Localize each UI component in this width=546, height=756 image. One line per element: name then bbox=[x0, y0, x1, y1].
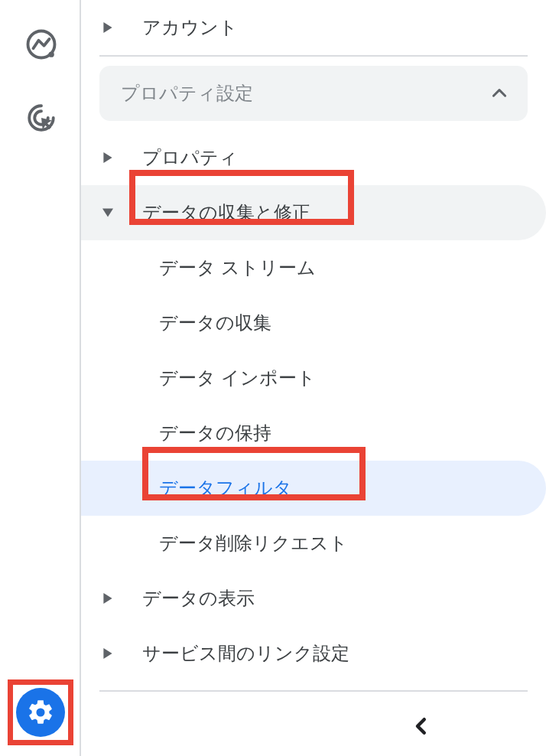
caret-right-icon bbox=[102, 648, 121, 659]
nav-data-retention[interactable]: データの保持 bbox=[81, 406, 546, 461]
nav-data-collection-label: データの収集 bbox=[159, 311, 271, 335]
nav-data-filter-label: データフィルタ bbox=[159, 476, 292, 500]
settings-sidebar: アカウント プロパティ設定 プロパティ データの収集と修正 データ ストリーム … bbox=[81, 0, 546, 692]
nav-data-import-label: データ インポート bbox=[159, 366, 316, 390]
nav-data-streams[interactable]: データ ストリーム bbox=[81, 240, 546, 295]
nav-data-deletion[interactable]: データ削除リクエスト bbox=[81, 516, 546, 571]
gear-icon bbox=[16, 688, 65, 737]
admin-settings-button[interactable] bbox=[8, 679, 73, 745]
nav-data-filter[interactable]: データフィルタ bbox=[81, 461, 546, 516]
nav-account-label: アカウント bbox=[142, 15, 238, 40]
nav-data-collection-modification-label: データの収集と修正 bbox=[142, 200, 310, 225]
nav-property-label: プロパティ bbox=[142, 145, 238, 170]
nav-data-display[interactable]: データの表示 bbox=[81, 571, 546, 626]
caret-down-icon bbox=[102, 207, 121, 218]
chevron-up-icon bbox=[489, 83, 509, 103]
nav-data-display-label: データの表示 bbox=[142, 586, 255, 611]
section-header-label: プロパティ設定 bbox=[121, 81, 253, 106]
nav-data-deletion-label: データ削除リクエスト bbox=[159, 531, 348, 556]
ads-click-icon[interactable] bbox=[18, 95, 64, 141]
caret-right-icon bbox=[102, 152, 121, 163]
nav-data-collection-modification[interactable]: データの収集と修正 bbox=[81, 185, 546, 240]
section-header-property-settings[interactable]: プロパティ設定 bbox=[99, 66, 528, 121]
icon-rail bbox=[0, 0, 80, 756]
nav-service-links[interactable]: サービス間のリンク設定 bbox=[81, 626, 546, 681]
separator bbox=[99, 55, 528, 57]
advertising-icon[interactable] bbox=[18, 21, 64, 67]
nav-account[interactable]: アカウント bbox=[81, 0, 546, 55]
nav-property[interactable]: プロパティ bbox=[81, 130, 546, 185]
collapse-sidebar-button[interactable] bbox=[410, 715, 433, 738]
separator bbox=[99, 690, 528, 692]
nav-data-collection[interactable]: データの収集 bbox=[81, 295, 546, 350]
nav-data-import[interactable]: データ インポート bbox=[81, 350, 546, 406]
nav-data-retention-label: データの保持 bbox=[159, 421, 271, 445]
caret-right-icon bbox=[102, 593, 121, 604]
nav-data-streams-label: データ ストリーム bbox=[159, 256, 316, 280]
svg-point-1 bbox=[48, 51, 54, 57]
caret-right-icon bbox=[102, 22, 121, 33]
nav-service-links-label: サービス間のリンク設定 bbox=[142, 641, 349, 666]
